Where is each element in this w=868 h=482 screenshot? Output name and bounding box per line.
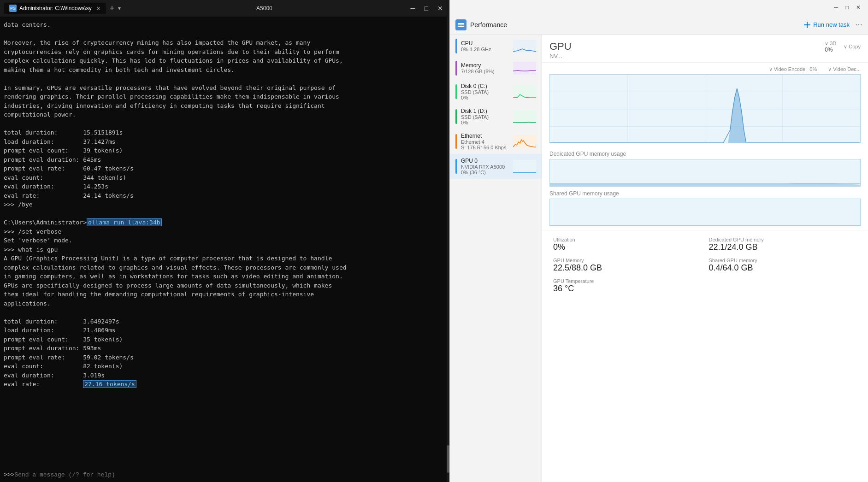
stat-utilization: Utilization 0% (549, 234, 705, 255)
gpu0-info: GPU 0 NVIDIA RTX A5000 0% (36 °C) (461, 158, 509, 175)
sidebar-item-disk1[interactable]: Disk 1 (D:) SSD (SATA) 0% (450, 104, 542, 129)
taskmanager-panel: ─ □ ✕ Performance Run new task ⋯ CPU 0% … (449, 0, 868, 482)
gpu0-sub2: 0% (36 °C) (461, 170, 509, 175)
gpu-copy-label: ∨ Copy (844, 44, 861, 50)
taskmanager-icon (455, 19, 466, 30)
disk0-sub: SSD (SATA) (461, 89, 509, 95)
disk0-mini-chart (513, 85, 536, 98)
gpu-main-chart (549, 74, 861, 143)
svg-rect-19 (550, 159, 860, 187)
memory-sub: 7/128 GB (6%) (461, 69, 509, 74)
terminal-content: data centers. Moreover, the rise of cryp… (0, 17, 449, 470)
svg-rect-21 (550, 199, 860, 226)
tm-titlebar: ─ □ ✕ (450, 0, 868, 15)
memory-color-bar (455, 61, 457, 76)
dedicated-section: Dedicated GPU memory usage Shared GPU me… (542, 147, 868, 230)
maximize-button[interactable]: □ (422, 5, 431, 12)
tm-main-content: GPU NV... ∨ 3D 0% ∨ Copy (542, 35, 868, 482)
terminal-input-row: >>> (0, 470, 449, 482)
gpu-chart-svg (550, 75, 860, 143)
terminal-tab-title: Administrator: C:\Windows\sy (19, 5, 92, 12)
minimize-button[interactable]: ─ (408, 5, 418, 12)
svg-rect-10 (513, 160, 536, 173)
disk1-info: Disk 1 (D:) SSD (SATA) 0% (461, 108, 509, 125)
dedicated-memory-chart (549, 159, 861, 187)
stat-dedicated-gpu-memory: Dedicated GPU memory 22.1/24.0 GB (705, 234, 861, 255)
svg-rect-6 (513, 62, 536, 75)
terminal-titlebar: PS Administrator: C:\Windows\sy ✕ + ▾ A5… (0, 0, 449, 17)
stat-gpu-memory-value: 22.5/88.0 GB (553, 263, 702, 273)
disk1-sub: SSD (SATA) (461, 114, 509, 120)
gpu-stats-grid: Utilization 0% Dedicated GPU memory 22.1… (542, 230, 868, 300)
shared-chart-svg (550, 199, 860, 226)
stat-gpu-temperature: GPU Temperature 36 °C (549, 276, 705, 296)
terminal-tab[interactable]: PS Administrator: C:\Windows\sy ✕ (4, 3, 106, 14)
run-new-task-button[interactable]: Run new task (804, 21, 850, 28)
video-encode-label: ∨ Video Encode 0% (769, 66, 817, 72)
svg-rect-8 (513, 110, 536, 123)
tm-close-button[interactable]: ✕ (852, 4, 864, 11)
terminal-icon: PS (9, 5, 17, 12)
cpu-color-bar (455, 39, 457, 53)
stat-dedicated-memory-value: 22.1/24.0 GB (709, 242, 857, 252)
memory-name: Memory (461, 62, 509, 69)
svg-rect-4 (804, 24, 810, 25)
tm-more-button[interactable]: ⋯ (855, 20, 862, 29)
gpu-3d-value: 0% (825, 47, 833, 53)
terminal-prompt: >>> (4, 471, 14, 478)
ethernet-info: Ethernet Ethernet 4 S: 176 R: 56.0 Kbps (461, 133, 509, 150)
disk0-color-bar (455, 84, 457, 99)
dedicated-gpu-memory-label: Dedicated GPU memory usage (549, 151, 861, 157)
close-tab-button[interactable]: ✕ (96, 6, 100, 12)
cpu-info: CPU 0% 1.28 GHz (461, 40, 509, 52)
sidebar-item-ethernet[interactable]: Ethernet Ethernet 4 S: 176 R: 56.0 Kbps (450, 129, 542, 154)
svg-rect-7 (513, 85, 536, 98)
stat-utilization-label: Utilization (553, 237, 702, 242)
stat-temperature-value: 36 °C (553, 284, 702, 294)
stat-temperature-label: GPU Temperature (553, 278, 702, 284)
memory-info: Memory 7/128 GB (6%) (461, 62, 509, 74)
run-task-label: Run new task (813, 21, 850, 28)
stat-shared-memory-label: Shared GPU memory (709, 258, 857, 263)
tm-sidebar: CPU 0% 1.28 GHz Memory 7/128 GB (6%) (450, 35, 542, 482)
gpu0-mini-chart (513, 160, 536, 173)
gpu-header: GPU NV... ∨ 3D 0% ∨ Copy (542, 35, 868, 63)
new-tab-button[interactable]: + (110, 4, 115, 13)
gpu-title-section: GPU NV... (549, 41, 817, 59)
video-decode-label: ∨ Video Dec... (828, 66, 861, 72)
sidebar-item-memory[interactable]: Memory 7/128 GB (6%) (450, 57, 542, 79)
disk0-sub2: 0% (461, 95, 509, 100)
close-button[interactable]: ✕ (435, 5, 446, 12)
terminal-center-title: A5000 (124, 5, 404, 12)
dedicated-chart-svg (550, 159, 860, 187)
ethernet-sub: Ethernet 4 (461, 139, 509, 145)
gpu-name: NV... (549, 53, 817, 59)
memory-mini-chart (513, 62, 536, 75)
stat-gpu-memory-label: GPU Memory (553, 258, 702, 263)
tm-body: CPU 0% 1.28 GHz Memory 7/128 GB (6%) (450, 35, 868, 482)
stat-dedicated-memory-label: Dedicated GPU memory (709, 237, 857, 242)
svg-rect-1 (458, 24, 464, 25)
shared-gpu-memory-label: Shared GPU memory usage (549, 190, 861, 197)
sidebar-item-cpu[interactable]: CPU 0% 1.28 GHz (450, 35, 542, 57)
terminal-input-field[interactable] (14, 471, 446, 478)
ethernet-name: Ethernet (461, 133, 509, 139)
gpu-3d-label: ∨ 3D (825, 41, 836, 47)
tm-maximize-button[interactable]: □ (842, 4, 852, 11)
cpu-sub: 0% 1.28 GHz (461, 47, 509, 52)
ethernet-mini-chart (513, 135, 536, 148)
svg-rect-2 (458, 26, 464, 27)
gpu-3d-control: ∨ 3D 0% (825, 41, 836, 53)
tm-minimize-button[interactable]: ─ (830, 4, 842, 11)
gpu-controls: ∨ 3D 0% ∨ Copy (825, 41, 861, 53)
scrollbar-thumb[interactable] (447, 445, 449, 473)
tm-title: Performance (470, 21, 507, 29)
svg-rect-9 (513, 135, 536, 148)
ethernet-color-bar (455, 134, 457, 149)
disk0-name: Disk 0 (C:) (461, 83, 509, 89)
cpu-mini-chart (513, 40, 536, 53)
disk1-name: Disk 1 (D:) (461, 108, 509, 114)
sidebar-item-gpu0[interactable]: GPU 0 NVIDIA RTX A5000 0% (36 °C) (450, 154, 542, 179)
sidebar-item-disk0[interactable]: Disk 0 (C:) SSD (SATA) 0% (450, 79, 542, 104)
dropdown-button[interactable]: ▾ (118, 5, 121, 12)
